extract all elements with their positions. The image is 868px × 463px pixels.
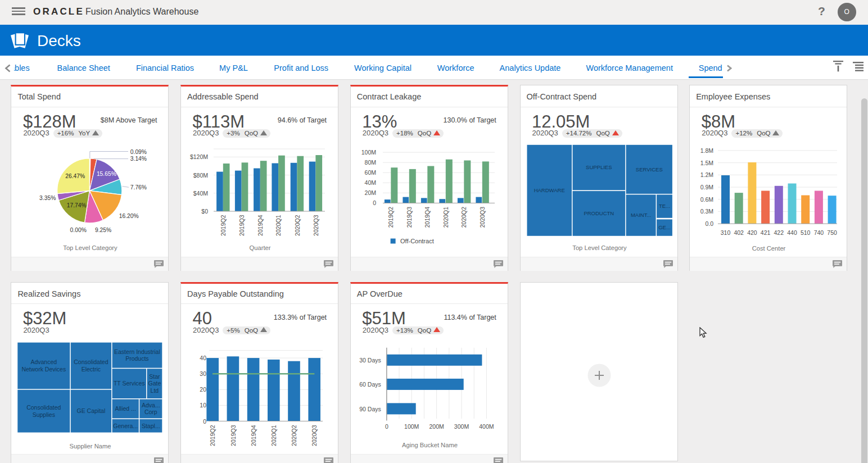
- svg-text:Supplier Name: Supplier Name: [70, 443, 111, 450]
- svg-text:Corp: Corp: [144, 408, 157, 415]
- svg-text:510: 510: [801, 229, 811, 236]
- svg-text:0: 0: [203, 417, 206, 424]
- svg-text:2019Q3: 2019Q3: [230, 425, 237, 446]
- svg-text:80M: 80M: [364, 160, 376, 166]
- svg-text:400M: 400M: [479, 423, 494, 430]
- svg-text:422: 422: [774, 229, 784, 236]
- svg-text:0.00%: 0.00%: [70, 227, 87, 233]
- svg-text:2020Q2: 2020Q2: [291, 425, 297, 446]
- svg-text:16.20%: 16.20%: [119, 213, 139, 219]
- svg-text:1.2M: 1.2M: [700, 172, 713, 179]
- svg-text:100M: 100M: [404, 423, 419, 430]
- svg-text:Advanced: Advanced: [31, 358, 57, 365]
- svg-text:0: 0: [385, 423, 388, 430]
- svg-text:9.25%: 9.25%: [95, 227, 111, 233]
- svg-text:Products: Products: [126, 355, 149, 362]
- svg-text:30 Days: 30 Days: [359, 357, 381, 364]
- svg-text:2019Q3: 2019Q3: [238, 215, 245, 237]
- svg-text:$120M: $120M: [190, 154, 208, 161]
- svg-text:0: 0: [373, 200, 376, 207]
- svg-text:Consolidated: Consolidated: [27, 404, 61, 411]
- svg-text:740: 740: [814, 229, 824, 236]
- svg-text:2020Q1: 2020Q1: [442, 207, 449, 228]
- svg-text:MAINT...: MAINT...: [630, 212, 650, 219]
- svg-text:17.74%: 17.74%: [67, 202, 87, 208]
- svg-text:Gate: Gate: [148, 380, 161, 387]
- svg-text:2019Q3: 2019Q3: [405, 207, 412, 228]
- svg-text:402: 402: [734, 229, 744, 236]
- svg-text:440: 440: [787, 229, 797, 236]
- svg-text:Ltd: Ltd: [151, 387, 159, 394]
- svg-text:Top Level Category: Top Level Category: [572, 244, 627, 251]
- svg-text:Network Devices: Network Devices: [22, 366, 66, 373]
- svg-text:0.0: 0.0: [706, 220, 714, 227]
- svg-text:0.9M: 0.9M: [700, 184, 713, 190]
- svg-text:7.76%: 7.76%: [130, 184, 147, 190]
- svg-text:2019Q2: 2019Q2: [209, 425, 216, 446]
- svg-text:SERVICES: SERVICES: [635, 166, 662, 173]
- svg-text:2019Q2: 2019Q2: [387, 207, 394, 228]
- svg-text:2019Q4: 2019Q4: [424, 207, 431, 228]
- svg-text:1.5M: 1.5M: [700, 160, 713, 166]
- svg-text:420: 420: [747, 229, 757, 236]
- svg-text:2019Q2: 2019Q2: [220, 215, 227, 237]
- svg-text:Genera...: Genera...: [114, 422, 138, 429]
- svg-text:Off-Contract: Off-Contract: [400, 238, 434, 244]
- svg-text:310: 310: [721, 229, 731, 236]
- svg-text:26.47%: 26.47%: [66, 173, 85, 179]
- svg-text:90 Days: 90 Days: [359, 405, 381, 412]
- svg-text:3.14%: 3.14%: [130, 156, 147, 162]
- svg-text:TT Services: TT Services: [114, 380, 145, 387]
- svg-text:2020Q3: 2020Q3: [313, 215, 319, 237]
- svg-text:Consolidated: Consolidated: [74, 358, 108, 365]
- svg-text:Cost Center: Cost Center: [752, 245, 786, 252]
- svg-text:20: 20: [200, 386, 206, 393]
- svg-text:20M: 20M: [364, 190, 376, 197]
- svg-text:$80M: $80M: [193, 172, 208, 179]
- svg-text:2020Q1: 2020Q1: [275, 215, 282, 237]
- svg-text:300M: 300M: [454, 423, 469, 430]
- svg-text:Quarter: Quarter: [250, 244, 271, 251]
- svg-text:1.8M: 1.8M: [700, 147, 713, 154]
- svg-text:$0: $0: [201, 208, 208, 215]
- svg-text:0.09%: 0.09%: [130, 149, 147, 155]
- svg-text:3.35%: 3.35%: [39, 195, 56, 201]
- svg-text:Allied ...: Allied ...: [115, 405, 136, 412]
- svg-text:750: 750: [828, 229, 838, 236]
- svg-text:30: 30: [200, 370, 206, 377]
- svg-text:100M: 100M: [361, 149, 376, 156]
- svg-text:200M: 200M: [429, 423, 444, 430]
- svg-text:Top Level Category: Top Level Category: [64, 244, 118, 251]
- svg-text:$40M: $40M: [193, 190, 208, 197]
- svg-text:Star: Star: [150, 373, 161, 380]
- svg-text:40: 40: [200, 355, 206, 361]
- svg-text:Adva...: Adva...: [142, 402, 160, 408]
- svg-text:Supplies: Supplies: [33, 411, 55, 417]
- svg-text:10: 10: [200, 402, 206, 408]
- svg-text:60M: 60M: [364, 170, 376, 176]
- svg-text:PRODUCTN: PRODUCTN: [584, 211, 614, 217]
- svg-text:Stapl...: Stapl...: [142, 422, 160, 429]
- svg-text:40M: 40M: [364, 180, 376, 187]
- svg-text:0.6M: 0.6M: [700, 196, 713, 203]
- svg-text:2019Q4: 2019Q4: [257, 215, 264, 237]
- svg-text:421: 421: [761, 229, 771, 236]
- svg-text:TE...: TE...: [658, 203, 670, 210]
- svg-text:Eastern Industrial: Eastern Industrial: [114, 348, 160, 355]
- svg-text:60 Days: 60 Days: [359, 381, 381, 388]
- svg-text:Aging Bucket Name: Aging Bucket Name: [402, 442, 458, 448]
- svg-text:2020Q2: 2020Q2: [294, 215, 301, 237]
- svg-text:2019Q4: 2019Q4: [250, 425, 257, 446]
- svg-text:GE...: GE...: [658, 225, 671, 231]
- svg-text:HARDWARE: HARDWARE: [534, 187, 564, 193]
- svg-text:2020Q2: 2020Q2: [460, 207, 467, 228]
- svg-text:2020Q3: 2020Q3: [478, 207, 485, 228]
- svg-text:2020Q3: 2020Q3: [311, 425, 318, 446]
- svg-text:15.65%: 15.65%: [97, 171, 116, 178]
- svg-text:Electric: Electric: [82, 366, 101, 373]
- svg-text:GE Capital: GE Capital: [77, 407, 106, 414]
- svg-text:SUPPLIES: SUPPLIES: [586, 165, 612, 171]
- svg-text:0.3M: 0.3M: [700, 208, 713, 215]
- svg-text:2020Q1: 2020Q1: [270, 425, 277, 446]
